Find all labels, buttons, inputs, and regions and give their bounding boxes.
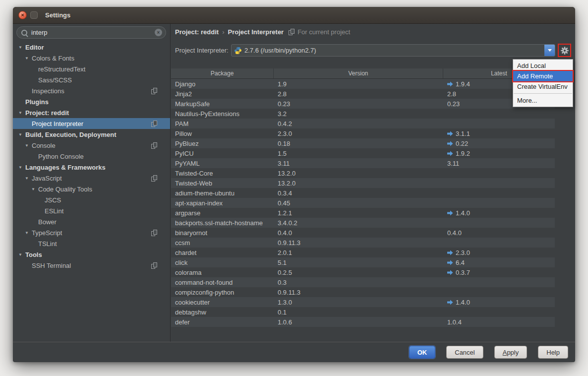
- tree-item-label: Python Console: [38, 153, 84, 160]
- interpreter-combobox[interactable]: 2.7.6 (/usr/bin/python2.7): [231, 44, 555, 57]
- column-header-version[interactable]: Version: [274, 68, 443, 78]
- tree-item-editor[interactable]: ▼Editor: [13, 42, 170, 53]
- menu-item-add-local[interactable]: Add Local: [513, 61, 573, 71]
- window-menu-button[interactable]: [30, 11, 38, 19]
- package-row-pam[interactable]: PAM0.4.2: [171, 119, 555, 128]
- tree-item-javascript[interactable]: ▼JavaScript: [13, 173, 170, 184]
- apply-button[interactable]: Apply: [494, 346, 528, 359]
- latest-version-text: 1.4.0: [456, 299, 470, 306]
- settings-search-field[interactable]: ×: [16, 26, 166, 39]
- tree-item-label: TypeScript: [32, 229, 62, 237]
- package-row-command-not-found[interactable]: command-not-found0.3: [171, 277, 555, 287]
- menu-item-create-virtualenv[interactable]: Create VirtualEnv: [513, 81, 573, 92]
- tree-item-console[interactable]: ▼Console: [13, 140, 170, 151]
- package-row-pybluez[interactable]: PyBluez0.180.22: [171, 138, 555, 148]
- settings-dialog: × Settings × ▼Editor▼Colors & FontsreStr…: [13, 7, 575, 362]
- tree-item-plugins[interactable]: Plugins: [13, 96, 170, 107]
- expand-arrow-icon[interactable]: ▼: [18, 45, 25, 50]
- package-row-twisted-web[interactable]: Twisted-Web13.2.0: [171, 178, 555, 188]
- package-row-cookiecutter[interactable]: cookiecutter1.3.01.4.0: [171, 297, 555, 307]
- package-row-dirspec[interactable]: dirspec13.1013.08: [171, 327, 555, 329]
- upgrade-arrow-icon: [447, 270, 453, 275]
- package-row-apt-xapian-index[interactable]: apt-xapian-index0.45: [171, 198, 555, 208]
- tree-item-build-execution-deployment[interactable]: ▼Build, Execution, Deployment: [13, 129, 170, 140]
- package-row-click[interactable]: click5.16.4: [171, 257, 555, 267]
- expand-arrow-icon[interactable]: ▼: [18, 252, 25, 257]
- tree-item-typescript[interactable]: ▼TypeScript: [13, 227, 170, 238]
- package-row-markupsafe[interactable]: MarkupSafe0.230.23: [171, 99, 555, 109]
- tree-item-jscs[interactable]: JSCS: [13, 194, 170, 205]
- package-row-adium-theme-ubuntu[interactable]: adium-theme-ubuntu0.3.4: [171, 188, 555, 198]
- window-close-button[interactable]: ×: [18, 11, 27, 19]
- package-row-nautilus-pyextensions[interactable]: Nautilus-PyExtensions3.2: [171, 109, 555, 119]
- clear-search-icon[interactable]: ×: [155, 29, 162, 36]
- package-row-pyyaml[interactable]: PyYAML3.113.11: [171, 158, 555, 168]
- tree-item-python-console[interactable]: Python Console: [13, 151, 170, 162]
- tree-item-label: JSCS: [45, 196, 61, 204]
- modified-settings-icon: [151, 175, 157, 182]
- expand-arrow-icon[interactable]: ▼: [18, 132, 25, 137]
- package-row-ccsm[interactable]: ccsm0.9.11.3: [171, 238, 555, 248]
- tree-item-inspections[interactable]: Inspections: [13, 85, 170, 96]
- menu-item-add-remote[interactable]: Add Remote: [513, 71, 573, 81]
- package-version: 13.10: [274, 328, 443, 330]
- tree-item-languages-frameworks[interactable]: ▼Languages & Frameworks: [13, 162, 170, 173]
- package-row-debtagshw[interactable]: debtagshw0.1: [171, 307, 555, 317]
- tree-item-code-quality-tools[interactable]: ▼Code Quality Tools: [13, 184, 170, 194]
- package-latest: 6.4: [443, 259, 555, 266]
- package-version: 5.1: [274, 259, 443, 266]
- upgrade-arrow-icon: [447, 141, 453, 146]
- combobox-dropdown-button[interactable]: [544, 45, 555, 56]
- tree-item-restructuredtext[interactable]: reStructuredText: [13, 63, 170, 74]
- package-latest: 2.3.0: [443, 249, 555, 256]
- breadcrumb-page[interactable]: Project Interpreter: [228, 28, 284, 36]
- package-row-django[interactable]: Django1.91.9.4: [171, 79, 555, 89]
- gear-dropdown-menu: Add LocalAdd RemoteCreate VirtualEnvMore…: [513, 59, 573, 107]
- package-version: 1.3.0: [274, 299, 443, 306]
- cancel-button[interactable]: Cancel: [446, 346, 483, 359]
- package-version: 1.5: [274, 150, 443, 157]
- package-row-defer[interactable]: defer1.0.61.0.4: [171, 317, 555, 327]
- ok-button[interactable]: OK: [409, 346, 436, 359]
- expand-arrow-icon[interactable]: ▼: [25, 231, 32, 235]
- close-icon: ×: [21, 12, 24, 18]
- expand-arrow-icon[interactable]: ▼: [25, 176, 32, 181]
- tree-item-label: Code Quality Tools: [38, 186, 92, 193]
- tree-item-project-reddit[interactable]: ▼Project: reddit: [13, 107, 170, 118]
- interpreter-gear-button[interactable]: [560, 46, 569, 55]
- menu-item-more[interactable]: More...: [513, 95, 573, 106]
- package-row-twisted-core[interactable]: Twisted-Core13.2.0: [171, 168, 555, 178]
- tree-item-tslint[interactable]: TSLint: [13, 238, 170, 249]
- package-row-compizconfig-python[interactable]: compizconfig-python0.9.11.3: [171, 287, 555, 297]
- expand-arrow-icon[interactable]: ▼: [18, 165, 25, 170]
- tree-item-tools[interactable]: ▼Tools: [13, 249, 170, 260]
- expand-arrow-icon[interactable]: ▼: [31, 187, 38, 191]
- package-row-jinja2[interactable]: Jinja22.82.8: [171, 89, 555, 99]
- column-header-package[interactable]: Package: [171, 68, 274, 78]
- tree-item-project-interpreter[interactable]: Project Interpreter: [13, 118, 170, 129]
- expand-arrow-icon[interactable]: ▼: [25, 56, 32, 61]
- expand-arrow-icon[interactable]: ▼: [25, 143, 32, 148]
- package-name: click: [171, 259, 274, 266]
- package-row-chardet[interactable]: chardet2.0.12.3.0: [171, 248, 555, 257]
- upgrade-arrow-icon: [447, 250, 453, 255]
- package-row-pillow[interactable]: Pillow2.3.03.1.1: [171, 128, 555, 138]
- package-row-binaryornot[interactable]: binaryornot0.4.00.4.0: [171, 228, 555, 238]
- modified-settings-icon: [151, 142, 157, 149]
- tree-item-sass-scss[interactable]: Sass/SCSS: [13, 74, 170, 85]
- tree-item-ssh-terminal[interactable]: SSH Terminal: [13, 260, 170, 271]
- tree-item-label: Tools: [25, 251, 42, 258]
- breadcrumb-project[interactable]: Project: reddit: [175, 28, 219, 36]
- tree-item-colors-fonts[interactable]: ▼Colors & Fonts: [13, 53, 170, 63]
- tree-item-eslint[interactable]: ESLint: [13, 205, 170, 216]
- package-row-colorama[interactable]: colorama0.2.50.3.7: [171, 267, 555, 277]
- tree-item-bower[interactable]: Bower: [13, 216, 170, 227]
- package-row-pyicu[interactable]: PyICU1.51.9.2: [171, 148, 555, 158]
- breadcrumb-separator: ›: [222, 28, 224, 36]
- expand-arrow-icon[interactable]: ▼: [18, 111, 25, 115]
- help-button[interactable]: Help: [538, 346, 568, 359]
- search-input[interactable]: [30, 28, 152, 37]
- package-row-backports-ssl-match-hostname[interactable]: backports.ssl-match-hostname3.4.0.2: [171, 218, 555, 228]
- package-latest: 0.22: [443, 140, 555, 147]
- package-row-argparse[interactable]: argparse1.2.11.4.0: [171, 208, 555, 218]
